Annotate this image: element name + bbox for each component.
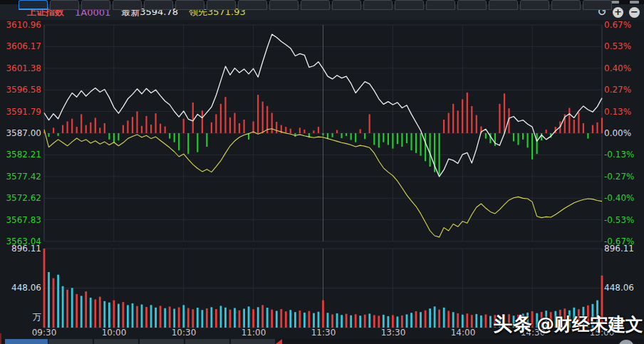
top-tab[interactable] xyxy=(457,0,487,10)
top-tab[interactable] xyxy=(489,0,518,10)
pct-axis-label: 0.40% xyxy=(604,63,631,73)
time-axis-label: 09:30 xyxy=(23,328,66,338)
intraday-chart[interactable] xyxy=(0,0,644,344)
bottom-tab[interactable] xyxy=(5,339,48,344)
top-tab[interactable] xyxy=(207,0,236,10)
top-tab[interactable] xyxy=(19,0,48,10)
top-tab[interactable] xyxy=(551,0,581,10)
pct-axis-label: 0.00% xyxy=(604,128,631,138)
price-axis-label: 3582.21 xyxy=(0,150,41,160)
time-axis-label: 11:30 xyxy=(302,328,345,338)
left-edge-marker xyxy=(0,333,1,344)
pct-axis-label: 0.13% xyxy=(604,107,631,117)
zoom-in-icon[interactable]: + xyxy=(613,7,623,18)
bottom-tab[interactable] xyxy=(48,339,93,344)
top-tab-strip xyxy=(0,0,644,4)
pct-axis-label: 0.67% xyxy=(604,20,631,30)
bottom-tab[interactable] xyxy=(140,339,185,344)
time-axis-label: 10:30 xyxy=(162,328,205,338)
top-tab[interactable] xyxy=(50,0,79,10)
top-tab[interactable] xyxy=(175,0,204,10)
top-tab[interactable] xyxy=(301,0,330,10)
top-tab[interactable] xyxy=(332,0,361,10)
time-axis-label: 13:30 xyxy=(372,328,415,338)
top-tab[interactable] xyxy=(395,0,424,10)
price-axis-label: 3596.58 xyxy=(0,85,41,95)
price-axis-label: 3591.79 xyxy=(0,107,41,117)
pct-axis-label: -0.13% xyxy=(604,150,634,160)
top-tab[interactable] xyxy=(583,0,612,10)
volume-axis-label: 896.11 xyxy=(604,244,634,254)
price-axis-label: 3567.83 xyxy=(0,215,41,225)
price-axis-label: 3572.62 xyxy=(0,193,41,203)
pct-axis-label: -0.27% xyxy=(604,172,634,182)
time-axis-label: 11:00 xyxy=(232,328,275,338)
time-axis-label: 14:00 xyxy=(442,328,484,338)
top-tab[interactable] xyxy=(81,0,110,10)
zoom-out-icon[interactable]: − xyxy=(629,7,640,18)
top-tab[interactable] xyxy=(144,0,173,10)
stock-app-screen: 上证指数 1A0001 最新3594.78 领先3571.93 ↺ + − 36… xyxy=(0,0,644,344)
top-tab[interactable] xyxy=(238,0,267,10)
watermark-handle: @财经宋建文 xyxy=(536,314,643,335)
volume-unit-label: 万 xyxy=(0,312,41,322)
price-axis-label: 3577.42 xyxy=(0,172,41,182)
price-axis-label: 3601.38 xyxy=(0,63,41,73)
volume-axis-label: 448.06 xyxy=(0,283,41,293)
top-tab[interactable] xyxy=(269,0,298,10)
bottom-tab[interactable] xyxy=(231,339,276,344)
bottom-tab[interactable] xyxy=(185,339,230,344)
top-tab[interactable] xyxy=(113,0,142,10)
price-axis-label: 3606.17 xyxy=(0,41,41,51)
watermark: 头条 @财经宋建文 xyxy=(493,311,643,337)
price-axis-label: 3610.96 xyxy=(0,20,41,30)
volume-axis-label: 448.06 xyxy=(604,283,634,293)
pct-axis-label: 0.27% xyxy=(604,85,631,95)
watermark-brand: 头条 xyxy=(493,313,533,335)
top-tab[interactable] xyxy=(520,0,549,10)
bottom-tab-strip xyxy=(0,339,644,344)
pct-axis-label: 0.53% xyxy=(604,41,631,51)
bottom-tab[interactable] xyxy=(94,339,139,344)
volume-axis-label: 896.11 xyxy=(0,244,41,254)
pct-axis-label: -0.40% xyxy=(604,193,634,203)
price-axis-label: 3587.00 xyxy=(0,128,41,138)
top-tab[interactable] xyxy=(363,0,393,10)
time-axis-label: 10:00 xyxy=(93,328,135,338)
top-tab[interactable] xyxy=(426,0,455,10)
red-marker-triangle xyxy=(276,339,282,344)
window-mini-icon[interactable] xyxy=(630,1,639,4)
pct-axis-label: -0.53% xyxy=(604,215,634,225)
